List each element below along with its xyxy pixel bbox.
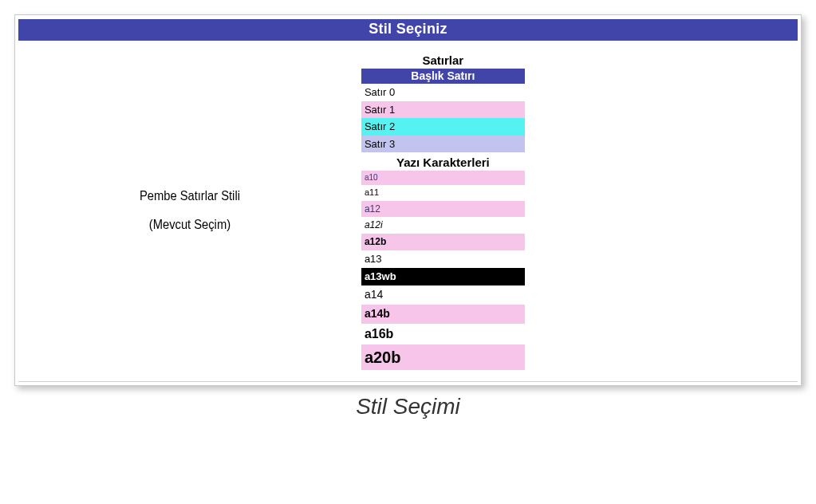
font-sample-a12i[interactable]: a12i	[361, 217, 525, 234]
font-sample-a20b[interactable]: a20b	[361, 345, 525, 370]
page-title: Stil Seçiniz	[18, 19, 798, 41]
font-sample-a12[interactable]: a12	[361, 201, 525, 218]
preview-column: Satırlar Başlık Satırı Satır 0 Satır 1 S…	[361, 52, 525, 370]
font-sample-a16b[interactable]: a16b	[361, 324, 525, 345]
rows-section-title: Satırlar	[361, 52, 525, 69]
font-sample-a12b[interactable]: a12b	[361, 234, 525, 250]
header-row[interactable]: Başlık Satırı	[361, 69, 525, 84]
page-root: Stil Seçiniz Pembe Satırlar Stili (Mevcu…	[0, 0, 816, 504]
sample-row-0[interactable]: Satır 0	[361, 84, 525, 101]
font-sample-a13[interactable]: a13	[361, 250, 525, 268]
current-selection-label: (Mevcut Seçim)	[149, 218, 231, 232]
font-sample-a14b[interactable]: a14b	[361, 305, 525, 324]
sample-row-3[interactable]: Satır 3	[361, 136, 525, 153]
font-sample-a14[interactable]: a14	[361, 285, 525, 305]
font-sample-a11[interactable]: a11	[361, 185, 525, 200]
current-style-info: Pembe Satırlar Stili (Mevcut Seçim)	[32, 52, 347, 370]
style-chooser-card: Stil Seçiniz Pembe Satırlar Stili (Mevcu…	[14, 14, 802, 386]
divider	[18, 381, 798, 382]
sample-row-1[interactable]: Satır 1	[361, 101, 525, 119]
sample-row-2[interactable]: Satır 2	[361, 118, 525, 136]
style-name-label: Pembe Satırlar Stili	[140, 189, 240, 203]
font-sample-a10[interactable]: a10	[361, 171, 525, 185]
figure-caption: Stil Seçimi	[14, 394, 802, 419]
font-sample-a13wb[interactable]: a13wb	[361, 268, 525, 285]
content-row: Pembe Satırlar Stili (Mevcut Seçim) Satı…	[18, 52, 798, 376]
fonts-section-title: Yazı Karakterleri	[361, 154, 525, 171]
